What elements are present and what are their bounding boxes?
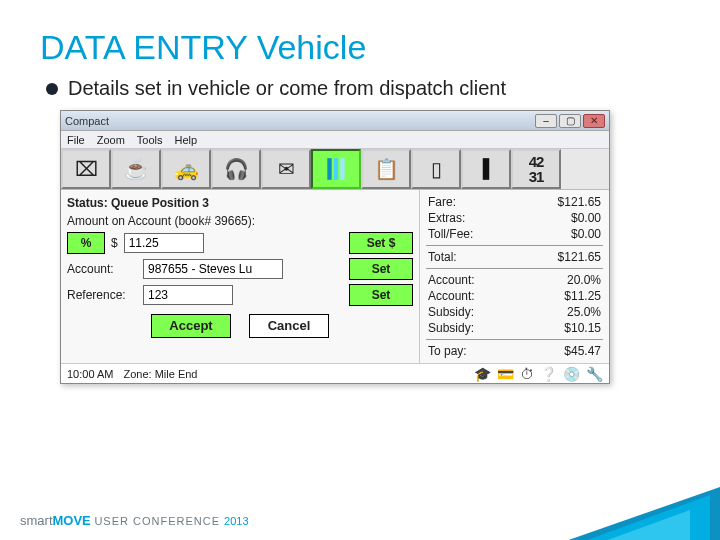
numbers-icon: 42 31 <box>529 154 544 184</box>
acct-amt-value: $11.25 <box>524 288 603 304</box>
acct-pct-label: Account: <box>426 272 524 288</box>
toolbar-cup-button[interactable]: ☕ <box>111 149 161 189</box>
statusbar: 10:00 AM Zone: Mile End 🎓 💳 ⏱ ❔ 💿 🔧 <box>61 363 609 383</box>
toolbar-page-button[interactable]: ▯ <box>411 149 461 189</box>
reference-label: Reference: <box>67 288 137 302</box>
topay-label: To pay: <box>426 343 517 359</box>
cancel-button[interactable]: Cancel <box>249 314 329 338</box>
status-gauge-icon: ⏱ <box>520 366 534 382</box>
toolbar-bars-button[interactable] <box>311 149 361 189</box>
toolbar-bar-button[interactable] <box>461 149 511 189</box>
status-time: 10:00 AM <box>67 368 113 380</box>
toolbar-headset-button[interactable]: 🎧 <box>211 149 261 189</box>
queue-status: Status: Queue Position 3 <box>67 196 413 210</box>
clipboard-icon: 📋 <box>374 157 399 181</box>
topay-value: $45.47 <box>517 343 603 359</box>
bars-icon <box>323 156 349 182</box>
slide-title: DATA ENTRY Vehicle <box>40 28 680 67</box>
toolbar-mail-button[interactable]: ✉ <box>261 149 311 189</box>
amount-input[interactable] <box>124 233 204 253</box>
subs-amt-value: $10.15 <box>524 320 603 336</box>
x-square-icon: ⌧ <box>75 157 98 181</box>
set-dollar-button[interactable]: Set $ <box>349 232 413 254</box>
app-window: Compact – ▢ ✕ File Zoom Tools Help ⌧ ☕ 🚕 <box>60 110 610 384</box>
decor-wedge <box>580 510 690 540</box>
footer-brand: smartMOVE USER CONFERENCE 2013 <box>20 513 249 528</box>
brand-conf: USER CONFERENCE <box>94 515 224 527</box>
brand-smart: smart <box>20 513 53 528</box>
toolbar-close-x-button[interactable]: ⌧ <box>61 149 111 189</box>
acct-amt-label: Account: <box>426 288 524 304</box>
toll-label: Toll/Fee: <box>426 226 516 242</box>
window-title: Compact <box>65 115 109 127</box>
menu-tools[interactable]: Tools <box>137 134 163 146</box>
acct-pct-value: 20.0% <box>524 272 603 288</box>
menu-file[interactable]: File <box>67 134 85 146</box>
toll-value: $0.00 <box>516 226 603 242</box>
extras-value: $0.00 <box>516 210 603 226</box>
status-card-icon: 💳 <box>497 366 514 382</box>
status-disc-icon: 💿 <box>563 366 580 382</box>
bullet-row: Details set in vehicle or come from disp… <box>46 77 680 100</box>
dollar-label: $ <box>111 236 118 250</box>
menu-help[interactable]: Help <box>175 134 198 146</box>
page-icon: ▯ <box>431 157 442 181</box>
menubar: File Zoom Tools Help <box>61 131 609 149</box>
svg-rect-2 <box>340 158 344 180</box>
maximize-button[interactable]: ▢ <box>559 114 581 128</box>
bullet-icon <box>46 83 58 95</box>
toolbar-taxi-button[interactable]: 🚕 <box>161 149 211 189</box>
amount-on-account-label: Amount on Account (book# 39665): <box>67 214 413 228</box>
reference-input[interactable] <box>143 285 233 305</box>
svg-rect-0 <box>327 158 331 180</box>
percent-button[interactable]: % <box>67 232 105 254</box>
subs-pct-label: Subsidy: <box>426 304 524 320</box>
left-pane: Status: Queue Position 3 Amount on Accou… <box>61 190 419 363</box>
fare-panel: Fare:$121.65 Extras:$0.00 Toll/Fee:$0.00… <box>419 190 609 363</box>
status-tool-icon: 🔧 <box>586 366 603 382</box>
subs-pct-value: 25.0% <box>524 304 603 320</box>
envelope-icon: ✉ <box>278 157 295 181</box>
total-value: $121.65 <box>498 249 603 265</box>
vbar-icon <box>473 156 499 182</box>
brand-move: MOVE <box>53 513 91 528</box>
minimize-button[interactable]: – <box>535 114 557 128</box>
toolbar-numbers-button[interactable]: 42 31 <box>511 149 561 189</box>
titlebar: Compact – ▢ ✕ <box>61 111 609 131</box>
set-reference-button[interactable]: Set <box>349 284 413 306</box>
status-help-icon: ❔ <box>540 366 557 382</box>
menu-zoom[interactable]: Zoom <box>97 134 125 146</box>
svg-rect-1 <box>334 158 338 180</box>
cup-icon: ☕ <box>124 157 149 181</box>
account-label: Account: <box>67 262 137 276</box>
headset-icon: 🎧 <box>224 157 249 181</box>
svg-rect-3 <box>483 158 490 180</box>
toolbar-clipboard-button[interactable]: 📋 <box>361 149 411 189</box>
toolbar: ⌧ ☕ 🚕 🎧 ✉ 📋 <box>61 149 609 190</box>
fare-label: Fare: <box>426 194 516 210</box>
fare-value: $121.65 <box>516 194 603 210</box>
status-zone: Zone: Mile End <box>123 368 197 380</box>
subs-amt-label: Subsidy: <box>426 320 524 336</box>
set-account-button[interactable]: Set <box>349 258 413 280</box>
close-button[interactable]: ✕ <box>583 114 605 128</box>
extras-label: Extras: <box>426 210 516 226</box>
car-icon: 🚕 <box>174 157 199 181</box>
brand-year: 2013 <box>224 515 248 527</box>
bullet-text: Details set in vehicle or come from disp… <box>68 77 506 100</box>
accept-button[interactable]: Accept <box>151 314 231 338</box>
total-label: Total: <box>426 249 498 265</box>
status-user-icon: 🎓 <box>474 366 491 382</box>
account-input[interactable] <box>143 259 283 279</box>
